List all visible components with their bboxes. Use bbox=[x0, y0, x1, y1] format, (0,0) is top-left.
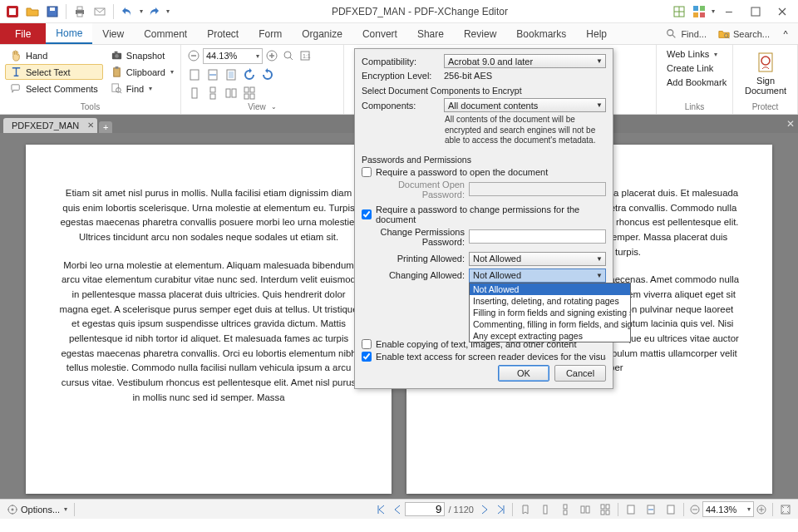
save-icon[interactable] bbox=[43, 2, 62, 21]
sb-layout-cont-icon[interactable] bbox=[556, 502, 574, 517]
ui-options-dropdown[interactable]: ▾ bbox=[712, 7, 715, 15]
sb-bookmark-icon[interactable] bbox=[516, 502, 534, 517]
ribbon-find-button[interactable]: Find▾ bbox=[106, 81, 179, 96]
continuous-icon[interactable] bbox=[204, 85, 221, 101]
menu-help[interactable]: Help bbox=[576, 23, 617, 44]
prev-page-button[interactable] bbox=[390, 502, 405, 517]
menu-bookmarks[interactable]: Bookmarks bbox=[506, 23, 576, 44]
print-icon[interactable] bbox=[71, 2, 89, 21]
clipboard-button[interactable]: Clipboard▾ bbox=[106, 64, 179, 80]
sb-zoom-select[interactable]: 44.13%▾ bbox=[702, 501, 754, 517]
req-open-checkbox[interactable] bbox=[362, 167, 372, 177]
zoom-select[interactable]: 44.13%▾ bbox=[203, 48, 263, 64]
sb-layout-two-icon[interactable] bbox=[576, 502, 594, 517]
ui-options-icon[interactable] bbox=[690, 2, 708, 21]
redo-icon[interactable] bbox=[145, 2, 163, 21]
select-text-tool[interactable]: Select Text bbox=[5, 64, 103, 80]
last-page-button[interactable] bbox=[492, 502, 509, 517]
fit-page-icon[interactable] bbox=[186, 66, 203, 83]
rotate-ccw-icon[interactable] bbox=[241, 66, 258, 83]
actual-size-icon[interactable]: 1:1 bbox=[298, 48, 313, 63]
sign-label: Sign Document bbox=[745, 76, 786, 96]
ribbon-collapse-icon[interactable]: ^ bbox=[776, 25, 795, 43]
svg-rect-55 bbox=[606, 510, 609, 515]
menu-protect[interactable]: Protect bbox=[197, 23, 249, 44]
dropdown-option[interactable]: Filling in form fields and signing exist… bbox=[470, 307, 630, 318]
dropdown-option[interactable]: Inserting, deleting, and rotating pages bbox=[470, 295, 630, 307]
rotate-cw-icon[interactable] bbox=[259, 66, 276, 83]
options-button[interactable]: Options...▾ bbox=[3, 502, 71, 517]
undo-icon[interactable] bbox=[118, 2, 136, 21]
sb-layout-single-icon[interactable] bbox=[536, 502, 554, 517]
components-section: Select Document Components to Encrypt bbox=[362, 86, 606, 96]
maximize-button[interactable] bbox=[743, 2, 768, 21]
zoom-out-button[interactable] bbox=[186, 48, 201, 63]
hand-tool[interactable]: Hand bbox=[5, 47, 103, 63]
page-text: Morbi leo urna molestie at elementum. Al… bbox=[57, 259, 360, 406]
menu-comment[interactable]: Comment bbox=[134, 23, 197, 44]
single-page-icon[interactable] bbox=[186, 85, 203, 101]
dropdown-option[interactable]: Any except extracting pages bbox=[470, 330, 630, 342]
sb-layout-twocont-icon[interactable] bbox=[596, 502, 614, 517]
open-icon[interactable] bbox=[23, 2, 42, 21]
menu-view[interactable]: View bbox=[92, 23, 134, 44]
add-bookmark-button[interactable]: Add Bookmark bbox=[662, 76, 732, 89]
sb-fullscreen-icon[interactable] bbox=[776, 502, 795, 517]
tabstrip-close-icon[interactable]: ✕ bbox=[786, 118, 795, 130]
sb-fit-width-icon[interactable] bbox=[642, 502, 660, 517]
menu-home[interactable]: Home bbox=[46, 23, 92, 44]
components-select[interactable]: All document contents▼ bbox=[444, 98, 606, 112]
web-links-button[interactable]: Web Links▾ bbox=[662, 47, 732, 61]
sb-fit-page-icon[interactable] bbox=[622, 502, 640, 517]
snapshot-tool[interactable]: Snapshot bbox=[106, 47, 179, 63]
first-page-button[interactable] bbox=[373, 502, 390, 517]
minimize-button[interactable]: ─ bbox=[717, 2, 741, 21]
sign-document-button[interactable]: Sign Document bbox=[738, 47, 793, 101]
menu-convert[interactable]: Convert bbox=[352, 23, 407, 44]
svg-rect-29 bbox=[190, 70, 199, 80]
cancel-button[interactable]: Cancel bbox=[554, 365, 606, 382]
zoom-in-button[interactable] bbox=[264, 48, 279, 63]
printing-select[interactable]: Not Allowed▼ bbox=[469, 252, 606, 266]
compat-select[interactable]: Acrobat 9.0 and later▼ bbox=[444, 54, 606, 68]
search-button[interactable]: Search... bbox=[713, 27, 775, 42]
sb-zoom-in[interactable] bbox=[754, 502, 769, 517]
fit-width-icon[interactable] bbox=[204, 66, 221, 83]
add-bookmark-label: Add Bookmark bbox=[667, 77, 727, 87]
undo-dropdown[interactable]: ▾ bbox=[140, 7, 143, 15]
find-button[interactable]: Find... bbox=[661, 27, 712, 42]
menu-organize[interactable]: Organize bbox=[292, 23, 352, 44]
two-pages-icon[interactable] bbox=[223, 85, 239, 101]
two-continuous-icon[interactable] bbox=[241, 85, 258, 101]
svg-rect-49 bbox=[564, 510, 567, 515]
page-left: Etiam sit amet nisl purus in mollis. Nul… bbox=[26, 145, 392, 494]
quick-launch-icon[interactable] bbox=[670, 2, 688, 21]
document-tab[interactable]: PDFXED7_MAN ✕ bbox=[3, 118, 97, 133]
enable-access-checkbox[interactable] bbox=[362, 352, 372, 362]
next-page-button[interactable] bbox=[477, 502, 492, 517]
changing-select[interactable]: Not Allowed▼ bbox=[469, 268, 606, 283]
change-pw-input[interactable] bbox=[469, 229, 606, 244]
req-change-checkbox[interactable] bbox=[362, 209, 372, 219]
new-tab-button[interactable]: + bbox=[99, 121, 112, 133]
enable-copy-checkbox[interactable] bbox=[362, 339, 372, 349]
email-icon[interactable] bbox=[91, 2, 109, 21]
sb-actual-icon[interactable] bbox=[662, 502, 680, 517]
create-link-button[interactable]: Create Link bbox=[662, 62, 732, 75]
file-menu[interactable]: File bbox=[0, 23, 46, 44]
ok-button[interactable]: OK bbox=[498, 365, 549, 382]
menu-review[interactable]: Review bbox=[454, 23, 506, 44]
menu-form[interactable]: Form bbox=[249, 23, 292, 44]
tab-close-icon[interactable]: ✕ bbox=[87, 121, 94, 130]
view-group-label: View bbox=[248, 102, 266, 111]
page-input[interactable] bbox=[405, 502, 445, 516]
dropdown-option[interactable]: Commenting, filling in form fields, and … bbox=[470, 318, 630, 330]
close-button[interactable] bbox=[770, 2, 795, 21]
menu-share[interactable]: Share bbox=[407, 23, 454, 44]
sb-zoom-out[interactable] bbox=[687, 502, 702, 517]
fit-visible-icon[interactable] bbox=[223, 66, 239, 83]
select-comments-tool[interactable]: Select Comments bbox=[5, 81, 103, 96]
view-launcher-icon[interactable]: ⌄ bbox=[271, 103, 277, 111]
dropdown-option[interactable]: Not Allowed bbox=[470, 283, 630, 295]
zoom-marquee-icon[interactable] bbox=[281, 48, 296, 63]
